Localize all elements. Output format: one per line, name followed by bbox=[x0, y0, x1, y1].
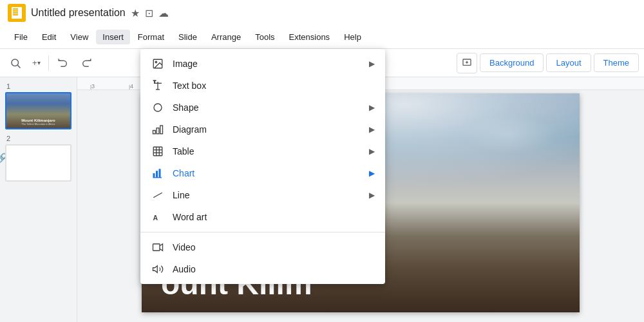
table-label: Table bbox=[173, 146, 361, 156]
menu-option-video[interactable]: Video bbox=[140, 236, 385, 258]
image-icon bbox=[151, 58, 165, 70]
image-arrow: ▶ bbox=[369, 59, 375, 68]
shape-icon bbox=[151, 102, 165, 113]
menu-option-table[interactable]: Table ▶ bbox=[140, 140, 385, 162]
chart-label: Chart bbox=[173, 168, 361, 178]
video-label: Video bbox=[173, 242, 375, 252]
video-icon bbox=[151, 242, 165, 253]
svg-text:A: A bbox=[153, 214, 158, 222]
svg-point-6 bbox=[155, 61, 156, 62]
menu-option-line[interactable]: Line ▶ bbox=[140, 184, 385, 206]
image-label: Image bbox=[173, 59, 361, 69]
svg-rect-13 bbox=[153, 131, 156, 134]
line-arrow: ▶ bbox=[369, 191, 375, 200]
line-label: Line bbox=[173, 190, 361, 200]
audio-label: Audio bbox=[173, 264, 375, 274]
shape-label: Shape bbox=[173, 102, 361, 113]
menu-option-image[interactable]: Image ▶ bbox=[140, 53, 385, 75]
svg-rect-16 bbox=[153, 147, 162, 156]
table-arrow: ▶ bbox=[369, 147, 375, 156]
diagram-label: Diagram bbox=[173, 124, 361, 135]
menu-option-chart[interactable]: Chart ▶ bbox=[140, 162, 385, 184]
wordart-icon: A bbox=[151, 211, 165, 223]
svg-line-25 bbox=[153, 193, 162, 198]
textbox-icon: T bbox=[151, 80, 165, 91]
svg-rect-22 bbox=[156, 171, 158, 178]
dropdown-overlay[interactable]: Image ▶ T Text box Sh bbox=[0, 0, 644, 322]
menu-divider-1 bbox=[140, 232, 385, 232]
textbox-label: Text box bbox=[173, 80, 375, 91]
diagram-icon bbox=[151, 124, 165, 135]
menu-option-shape[interactable]: Shape ▶ bbox=[140, 97, 385, 118]
svg-text:T: T bbox=[153, 80, 156, 84]
chart-icon bbox=[151, 167, 165, 179]
svg-rect-15 bbox=[160, 126, 163, 134]
audio-icon bbox=[151, 263, 165, 275]
menu-option-diagram[interactable]: Diagram ▶ bbox=[140, 118, 385, 140]
line-icon bbox=[151, 189, 165, 201]
shape-arrow: ▶ bbox=[369, 103, 375, 112]
menu-option-audio[interactable]: Audio bbox=[140, 258, 385, 280]
svg-rect-23 bbox=[159, 169, 161, 178]
table-icon bbox=[151, 146, 165, 157]
diagram-arrow: ▶ bbox=[369, 125, 375, 134]
menu-option-wordart[interactable]: A Word art bbox=[140, 206, 385, 228]
svg-rect-27 bbox=[153, 244, 160, 251]
menu-option-textbox[interactable]: T Text box bbox=[140, 75, 385, 97]
insert-dropdown-menu: Image ▶ T Text box Sh bbox=[140, 49, 385, 284]
svg-rect-21 bbox=[153, 173, 155, 178]
chart-arrow: ▶ bbox=[369, 169, 375, 178]
svg-rect-14 bbox=[156, 128, 159, 134]
svg-point-12 bbox=[154, 104, 162, 111]
svg-marker-28 bbox=[153, 266, 158, 273]
wordart-label: Word art bbox=[173, 212, 375, 222]
